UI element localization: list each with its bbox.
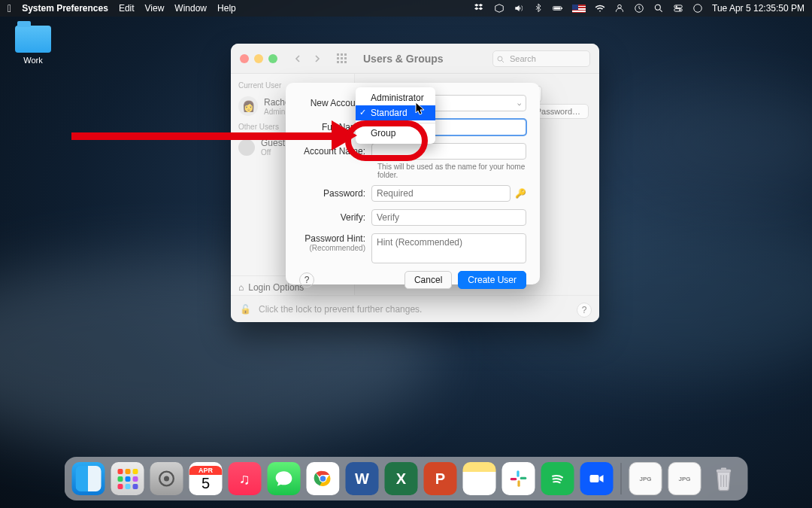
password-input[interactable]	[371, 185, 511, 202]
apple-menu-icon[interactable]: 	[8, 3, 11, 14]
dropdown-option-admin[interactable]: Administrator	[356, 90, 435, 105]
dock-excel[interactable]: X	[385, 462, 418, 495]
dock-recent-doc-2[interactable]: JPG	[668, 462, 701, 495]
help-button[interactable]: ?	[577, 303, 592, 318]
label-hint: Password Hint:	[299, 233, 365, 244]
app-menu[interactable]: System Preferences	[22, 3, 108, 14]
volume-icon[interactable]	[514, 3, 524, 14]
forward-button[interactable]	[309, 51, 326, 66]
cancel-button[interactable]: Cancel	[404, 271, 452, 289]
password-key-icon[interactable]: 🔑	[515, 188, 526, 199]
dock-finder[interactable]	[72, 462, 105, 495]
wifi-icon[interactable]	[595, 3, 605, 14]
svg-rect-24	[721, 467, 726, 469]
svg-rect-22	[590, 475, 599, 482]
close-button[interactable]	[240, 54, 249, 63]
dropdown-option-group[interactable]: Group	[356, 126, 435, 141]
dock-separator	[621, 463, 622, 494]
show-all-button[interactable]	[333, 51, 350, 66]
dock-notes[interactable]	[463, 462, 496, 495]
search-icon	[496, 53, 505, 67]
dock-spotify[interactable]	[541, 462, 574, 495]
svg-point-10	[694, 5, 702, 13]
search-input[interactable]	[492, 50, 590, 67]
dock-recent-doc-1[interactable]: JPG	[629, 462, 662, 495]
svg-rect-17	[517, 470, 519, 477]
menu-help[interactable]: Help	[217, 3, 236, 14]
lock-icon[interactable]: 🔓	[240, 304, 251, 315]
svg-rect-2	[562, 8, 562, 9]
siri-icon[interactable]	[692, 3, 703, 14]
dock-chrome[interactable]	[307, 462, 340, 495]
dock-word[interactable]: W	[346, 462, 379, 495]
create-user-button[interactable]: Create User	[458, 271, 526, 289]
dock-launchpad[interactable]	[111, 462, 144, 495]
dropdown-separator	[356, 123, 435, 123]
svg-rect-18	[520, 477, 527, 479]
dropbox-icon[interactable]	[474, 3, 485, 14]
chevron-updown-icon: ⌵	[517, 99, 521, 107]
label-account-name: Account Name:	[299, 146, 371, 157]
sheet-help-button[interactable]: ?	[299, 272, 314, 287]
svg-rect-7	[674, 9, 683, 11]
account-name-hint: This will be used as the name for your h…	[377, 163, 526, 179]
svg-rect-6	[674, 5, 683, 8]
dock-zoom[interactable]	[580, 462, 614, 495]
guest-avatar-icon	[238, 139, 255, 156]
svg-point-3	[618, 5, 622, 8]
back-button[interactable]	[289, 51, 306, 66]
dock-calendar[interactable]: APR 5	[189, 462, 223, 495]
account-name-input[interactable]	[371, 143, 526, 160]
search-field[interactable]	[492, 50, 590, 67]
dock-powerpoint[interactable]: P	[424, 462, 457, 495]
svg-point-13	[164, 476, 169, 482]
svg-rect-1	[554, 8, 561, 10]
svg-point-11	[498, 56, 502, 61]
dock-system-preferences[interactable]	[150, 462, 183, 495]
lock-row: 🔓 Click the lock to prevent further chan…	[231, 295, 599, 322]
titlebar: Users & Groups	[231, 44, 599, 74]
input-source-flag-icon[interactable]	[572, 5, 586, 13]
svg-point-5	[655, 5, 660, 10]
menu-window[interactable]: Window	[174, 3, 207, 14]
svg-rect-20	[511, 478, 517, 480]
label-hint-sub: (Recommended)	[299, 244, 365, 252]
dock: APR 5 ♫ W X P JPG JPG	[65, 457, 748, 500]
svg-point-9	[679, 9, 680, 11]
calendar-day: 5	[201, 475, 210, 492]
dock-trash[interactable]	[707, 462, 741, 495]
box-icon[interactable]	[494, 3, 504, 14]
user-icon[interactable]	[614, 3, 625, 14]
label-verify: Verify:	[299, 212, 371, 223]
menubar:  System Preferences Edit View Window He…	[0, 0, 812, 17]
lock-text: Click the lock to prevent further change…	[259, 304, 422, 315]
spotlight-icon[interactable]	[653, 3, 664, 14]
dock-messages[interactable]	[268, 462, 301, 495]
menu-view[interactable]: View	[145, 3, 165, 14]
label-password: Password:	[299, 188, 371, 199]
desktop-folder-work[interactable]: Work	[12, 26, 54, 65]
svg-rect-23	[717, 470, 731, 473]
window-title: Users & Groups	[363, 53, 444, 65]
avatar-icon: 👩	[238, 96, 258, 116]
bluetooth-icon[interactable]	[533, 3, 544, 14]
house-icon: ⌂	[238, 282, 244, 293]
dropdown-option-standard[interactable]: Standard	[356, 105, 435, 120]
battery-icon[interactable]	[553, 3, 563, 14]
verify-input[interactable]	[371, 209, 526, 226]
control-center-icon[interactable]	[673, 3, 683, 14]
window-controls	[240, 54, 277, 63]
menu-edit[interactable]: Edit	[119, 3, 135, 14]
dock-music[interactable]: ♫	[229, 462, 262, 495]
dock-slack[interactable]	[502, 462, 535, 495]
hint-input[interactable]	[371, 233, 526, 263]
calendar-month: APR	[189, 466, 223, 475]
account-type-dropdown: Administrator Standard Group	[356, 87, 435, 144]
clock-icon[interactable]	[634, 3, 644, 14]
svg-rect-19	[517, 480, 520, 487]
svg-point-8	[676, 6, 677, 8]
zoom-button[interactable]	[268, 54, 277, 63]
menubar-datetime[interactable]: Tue Apr 5 12:35:50 PM	[712, 3, 804, 14]
folder-icon	[15, 26, 51, 53]
minimize-button[interactable]	[254, 54, 263, 63]
